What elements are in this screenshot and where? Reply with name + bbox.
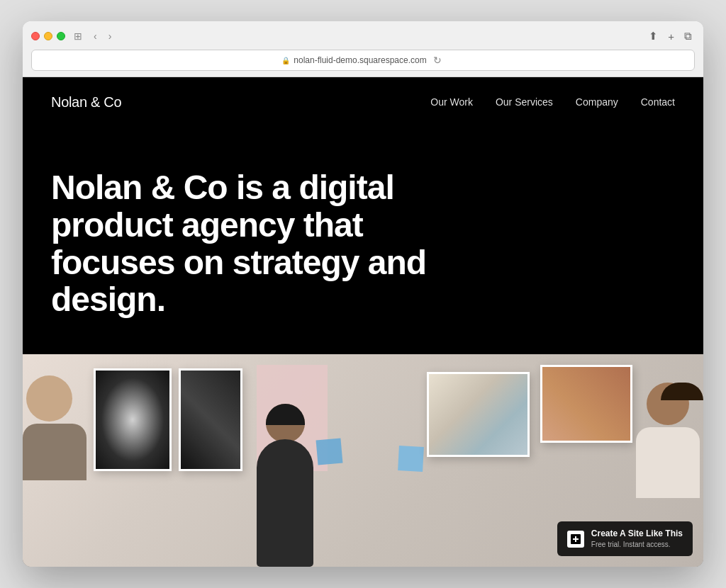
artwork-frame-1-inner	[96, 371, 169, 469]
browser-controls-row: ⊞ ‹ › ⬆ + ⧉	[31, 28, 695, 44]
toolbar-right: ⬆ + ⧉	[646, 28, 695, 44]
duplicate-tab-button[interactable]: ⧉	[681, 28, 695, 44]
artwork-frame-4	[540, 365, 632, 443]
right-person-body	[636, 427, 700, 498]
person-body	[257, 439, 313, 567]
minimize-button[interactable]	[44, 32, 52, 40]
nav-link-our-work[interactable]: Our Work	[430, 96, 473, 108]
maximize-button[interactable]	[57, 32, 65, 40]
create-badge[interactable]: Create A Site Like This Free trial. Inst…	[557, 521, 693, 556]
new-tab-button[interactable]: +	[665, 29, 677, 44]
share-button[interactable]: ⬆	[646, 28, 661, 44]
back-button[interactable]: ‹	[91, 30, 100, 43]
address-bar[interactable]: 🔒 nolan-fluid-demo.squarespace.com ↻	[31, 50, 695, 71]
forward-button[interactable]: ›	[106, 30, 115, 43]
site-navigation: Nolan & Co Our Work Our Services Company…	[23, 77, 703, 127]
close-button[interactable]	[31, 32, 40, 40]
hero-section: Nolan & Co is a digital product agency t…	[23, 127, 703, 567]
lock-icon: 🔒	[281, 57, 290, 64]
left-person-shoulder	[23, 424, 86, 480]
address-bar-row: 🔒 nolan-fluid-demo.squarespace.com ↻	[31, 50, 695, 71]
site-logo[interactable]: Nolan & Co	[51, 94, 121, 111]
person-head	[266, 404, 305, 443]
traffic-lights	[31, 32, 65, 40]
browser-chrome: ⊞ ‹ › ⬆ + ⧉ 🔒 nolan-fluid-demo.squarespa…	[23, 21, 703, 77]
nav-link-company[interactable]: Company	[576, 96, 618, 108]
left-person-head	[26, 375, 72, 422]
artwork-frame-3	[427, 372, 530, 457]
website-content: Nolan & Co Our Work Our Services Company…	[23, 77, 703, 567]
sticky-note-1	[316, 439, 343, 465]
squarespace-logo	[567, 531, 584, 548]
tab-grid-button[interactable]: ⊞	[71, 30, 85, 43]
artwork-frame-3-inner	[429, 374, 527, 455]
hero-text-area: Nolan & Co is a digital product agency t…	[23, 127, 703, 354]
url-text: nolan-fluid-demo.squarespace.com	[294, 55, 426, 65]
artwork-frame-4-inner	[542, 367, 630, 441]
browser-window: ⊞ ‹ › ⬆ + ⧉ 🔒 nolan-fluid-demo.squarespa…	[23, 21, 703, 567]
person-hair	[266, 404, 305, 425]
reload-button[interactable]: ↻	[430, 53, 445, 67]
nav-links: Our Work Our Services Company Contact	[430, 96, 675, 108]
badge-title: Create A Site Like This	[591, 528, 683, 540]
nav-link-our-services[interactable]: Our Services	[496, 96, 553, 108]
hero-headline: Nolan & Co is a digital product agency t…	[51, 169, 476, 319]
badge-subtitle: Free trial. Instant access.	[591, 540, 683, 549]
image-strip: Create A Site Like This Free trial. Inst…	[23, 354, 703, 567]
left-person-figure	[23, 375, 86, 567]
badge-text-group: Create A Site Like This Free trial. Inst…	[591, 528, 683, 549]
artwork-frame-1	[94, 368, 172, 471]
sticky-note-2	[398, 446, 424, 472]
nav-link-contact[interactable]: Contact	[641, 96, 675, 108]
